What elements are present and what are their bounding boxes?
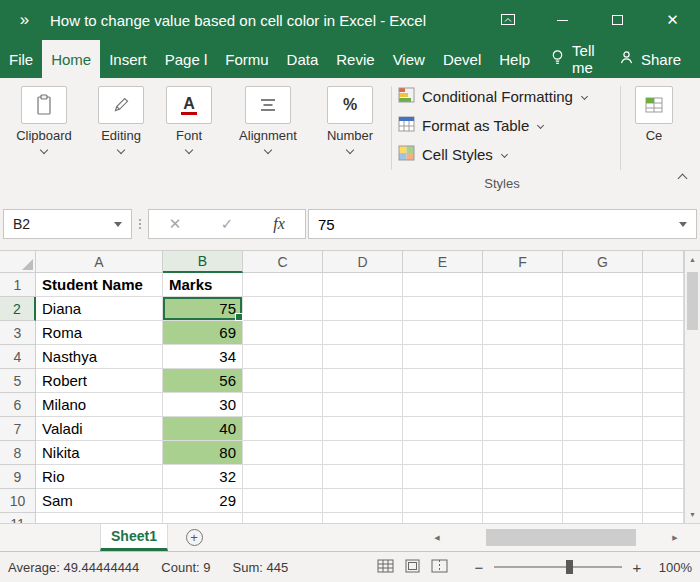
col-header-E[interactable]: E (403, 251, 483, 273)
cell-H1[interactable] (643, 273, 684, 297)
cell-F3[interactable] (483, 321, 563, 345)
expand-formula-bar-icon[interactable] (679, 222, 687, 227)
font-group-button[interactable]: A Font (159, 86, 219, 153)
cell-E6[interactable] (403, 393, 483, 417)
cell-D4[interactable] (323, 345, 403, 369)
cell-D9[interactable] (323, 465, 403, 489)
ribbon-tab-formulas[interactable]: Formu (216, 40, 277, 78)
new-sheet-button[interactable]: + (168, 524, 220, 551)
close-button[interactable]: ✕ (645, 0, 700, 40)
horizontal-scrollbar[interactable]: ◀ ▶ (428, 524, 684, 551)
cell-F4[interactable] (483, 345, 563, 369)
cell-E3[interactable] (403, 321, 483, 345)
row-header-9[interactable]: 9 (0, 465, 36, 489)
scroll-left-icon[interactable]: ◀ (428, 534, 446, 542)
row-header-2[interactable]: 2 (0, 297, 36, 321)
horizontal-scroll-track[interactable] (446, 524, 666, 551)
name-box[interactable]: B2 (3, 209, 132, 239)
ribbon-tab-developer[interactable]: Devel (434, 40, 490, 78)
cell-F6[interactable] (483, 393, 563, 417)
page-break-view-icon[interactable] (431, 559, 448, 576)
insert-function-button[interactable]: fx (259, 215, 299, 233)
cell-D1[interactable] (323, 273, 403, 297)
col-header-C[interactable]: C (243, 251, 323, 273)
zoom-level[interactable]: 100% (654, 560, 692, 575)
ribbon-tab-page-layout[interactable]: Page l (156, 40, 217, 78)
cell-B11[interactable] (163, 513, 243, 523)
cell-E9[interactable] (403, 465, 483, 489)
conditional-formatting-button[interactable]: Conditional Formatting (398, 82, 587, 111)
cell-A11[interactable] (36, 513, 163, 523)
cell-A2[interactable]: Diana (36, 297, 163, 321)
enter-button[interactable]: ✓ (207, 215, 247, 233)
minimize-button[interactable] (535, 0, 590, 40)
format-as-table-button[interactable]: Format as Table (398, 111, 587, 140)
zoom-out-button[interactable]: − (472, 559, 486, 576)
cell-F2[interactable] (483, 297, 563, 321)
row-header-10[interactable]: 10 (0, 489, 36, 513)
cell-B4[interactable]: 34 (163, 345, 243, 369)
cell-E5[interactable] (403, 369, 483, 393)
cell-H4[interactable] (643, 345, 684, 369)
cell-D11[interactable] (323, 513, 403, 523)
cell-E8[interactable] (403, 441, 483, 465)
cell-A9[interactable]: Rio (36, 465, 163, 489)
cell-G8[interactable] (563, 441, 643, 465)
cell-A5[interactable]: Robert (36, 369, 163, 393)
cell-C3[interactable] (243, 321, 323, 345)
cell-B7[interactable]: 40 (163, 417, 243, 441)
ribbon-tab-view[interactable]: View (384, 40, 434, 78)
cell-E1[interactable] (403, 273, 483, 297)
cell-C1[interactable] (243, 273, 323, 297)
clipboard-group-button[interactable]: Clipboard (12, 86, 76, 153)
ribbon-tab-file[interactable]: File (0, 40, 42, 78)
ribbon-tab-insert[interactable]: Insert (100, 40, 156, 78)
scroll-right-icon[interactable]: ▶ (666, 534, 684, 542)
cell-C4[interactable] (243, 345, 323, 369)
row-header-3[interactable]: 3 (0, 321, 36, 345)
ribbon-display-options-button[interactable] (480, 0, 535, 40)
cell-G4[interactable] (563, 345, 643, 369)
row-header-11[interactable]: 11 (0, 513, 36, 523)
cell-C6[interactable] (243, 393, 323, 417)
cell-H9[interactable] (643, 465, 684, 489)
zoom-slider-thumb[interactable] (566, 560, 573, 574)
cell-B2[interactable]: 75 (163, 297, 243, 321)
cell-A8[interactable]: Nikita (36, 441, 163, 465)
cell-C7[interactable] (243, 417, 323, 441)
cell-G5[interactable] (563, 369, 643, 393)
cancel-button[interactable]: ✕ (155, 215, 195, 233)
cells-group-button[interactable]: Ce (628, 86, 680, 142)
cell-E11[interactable] (403, 513, 483, 523)
ribbon-tab-data[interactable]: Data (278, 40, 328, 78)
cell-F7[interactable] (483, 417, 563, 441)
page-layout-view-icon[interactable] (404, 559, 421, 576)
alignment-group-button[interactable]: Alignment (230, 86, 306, 153)
cell-F11[interactable] (483, 513, 563, 523)
cell-H8[interactable] (643, 441, 684, 465)
cell-H5[interactable] (643, 369, 684, 393)
col-header-B[interactable]: B (163, 251, 243, 273)
cell-H7[interactable] (643, 417, 684, 441)
cell-E10[interactable] (403, 489, 483, 513)
formula-input[interactable]: 75 (308, 209, 697, 239)
share-button[interactable]: Share (608, 50, 692, 68)
cell-D6[interactable] (323, 393, 403, 417)
cell-D3[interactable] (323, 321, 403, 345)
cell-A1[interactable]: Student Name (36, 273, 163, 297)
cell-G6[interactable] (563, 393, 643, 417)
row-header-5[interactable]: 5 (0, 369, 36, 393)
scroll-down-icon[interactable]: ▼ (685, 506, 700, 523)
cell-D2[interactable] (323, 297, 403, 321)
select-all-corner[interactable] (0, 251, 36, 273)
row-header-8[interactable]: 8 (0, 441, 36, 465)
cell-C11[interactable] (243, 513, 323, 523)
cell-G3[interactable] (563, 321, 643, 345)
cell-E7[interactable] (403, 417, 483, 441)
cell-B5[interactable]: 56 (163, 369, 243, 393)
cell-A6[interactable]: Milano (36, 393, 163, 417)
row-header-7[interactable]: 7 (0, 417, 36, 441)
cell-G1[interactable] (563, 273, 643, 297)
quick-access-icon[interactable]: » (0, 10, 50, 30)
cell-D10[interactable] (323, 489, 403, 513)
